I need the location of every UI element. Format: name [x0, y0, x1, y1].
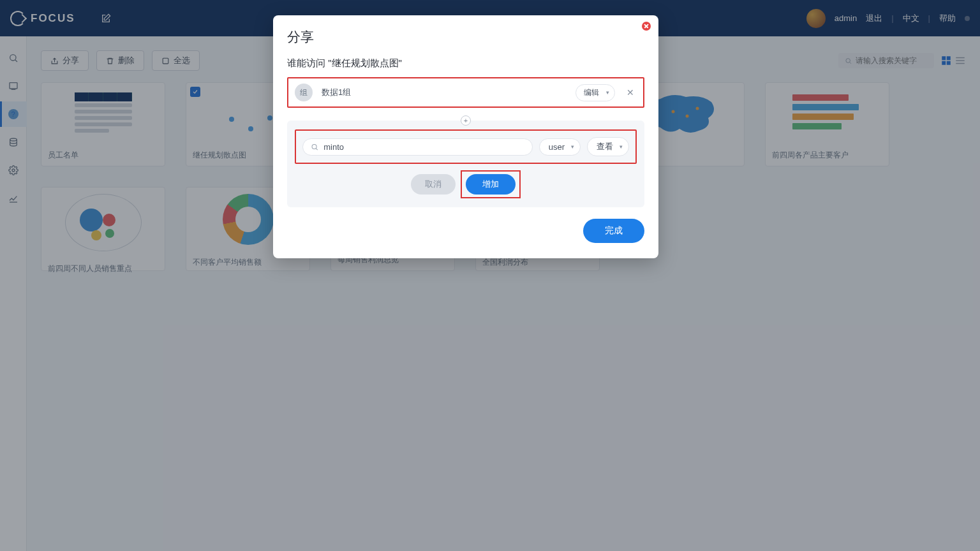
modal-title: 分享: [287, 28, 644, 46]
add-user-panel: + user 查看 取消 增加: [287, 121, 644, 207]
svg-point-14: [312, 144, 316, 149]
shared-user-row: 组 数据1组 编辑 ✕: [287, 77, 644, 108]
perm-select[interactable]: 查看: [587, 137, 629, 156]
permission-select[interactable]: 编辑: [575, 84, 615, 101]
add-user-row: user 查看: [295, 129, 637, 164]
group-chip-icon: 组: [295, 84, 313, 101]
add-button-highlight: 增加: [461, 170, 521, 198]
close-icon[interactable]: [642, 22, 651, 31]
cancel-button[interactable]: 取消: [411, 174, 456, 195]
type-select[interactable]: user: [539, 138, 581, 156]
share-modal: 分享 谁能访问 "继任规划散点图" 组 数据1组 编辑 ✕ + user 查看 …: [273, 15, 658, 258]
user-search-input[interactable]: [323, 142, 524, 152]
add-button[interactable]: 增加: [466, 174, 516, 195]
plus-icon[interactable]: +: [461, 115, 471, 126]
group-name: 数据1组: [322, 87, 351, 98]
user-search-wrap[interactable]: [302, 138, 533, 156]
modal-subtitle: 谁能访问 "继任规划散点图": [287, 57, 644, 70]
done-button[interactable]: 完成: [583, 219, 644, 243]
remove-user-icon[interactable]: ✕: [624, 87, 637, 98]
search-icon: [311, 143, 318, 151]
